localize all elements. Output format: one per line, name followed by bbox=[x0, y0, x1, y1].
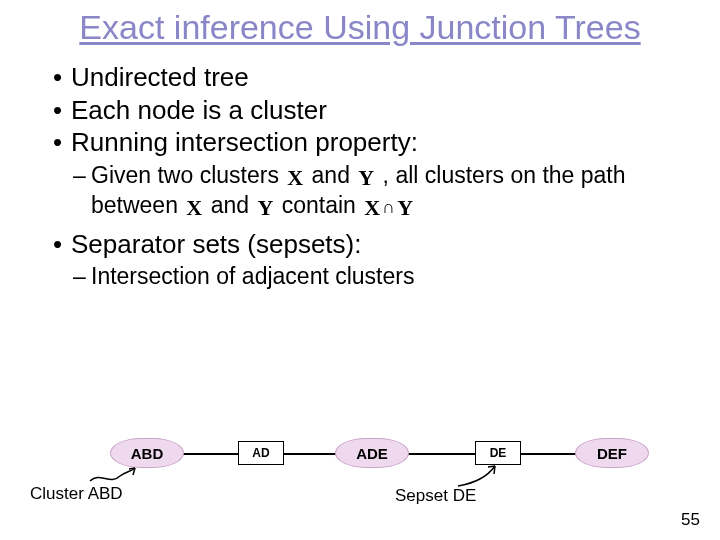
edge bbox=[400, 453, 480, 455]
cluster-node-abd: ABD bbox=[110, 438, 184, 468]
intersect-symbol: ∩ bbox=[382, 197, 395, 217]
bullet-3-sub: Given two clusters X and Y , all cluster… bbox=[73, 161, 685, 222]
var-x: X bbox=[285, 164, 305, 192]
bullet-2: Each node is a cluster bbox=[53, 94, 685, 127]
var-y: Y bbox=[356, 164, 376, 192]
bullet-4: Separator sets (sepsets): bbox=[53, 228, 685, 261]
page-title: Exact inference Using Junction Trees bbox=[35, 0, 685, 47]
bullet-4-sub: Intersection of adjacent clusters bbox=[73, 262, 685, 291]
text: contain bbox=[275, 192, 362, 218]
body: Undirected tree Each node is a cluster R… bbox=[35, 47, 685, 291]
squiggle-arrow bbox=[85, 466, 145, 486]
cluster-node-def: DEF bbox=[575, 438, 649, 468]
slide: Exact inference Using Junction Trees Und… bbox=[0, 0, 720, 540]
bullet-1: Undirected tree bbox=[53, 61, 685, 94]
text: Given two clusters bbox=[91, 162, 285, 188]
cluster-node-ade: ADE bbox=[335, 438, 409, 468]
var-y: Y bbox=[395, 194, 415, 222]
text: and bbox=[305, 162, 356, 188]
annotation-sepset: Sepset DE bbox=[395, 486, 476, 506]
page-number: 55 bbox=[681, 510, 700, 530]
annotation-cluster: Cluster ABD bbox=[30, 484, 123, 504]
junction-tree-diagram: ABD AD ADE DE DEF Cluster ABD Sepset DE bbox=[0, 430, 720, 500]
sepset-node-ad: AD bbox=[238, 441, 284, 465]
text: and bbox=[204, 192, 255, 218]
bullet-3: Running intersection property: bbox=[53, 126, 685, 159]
var-y: Y bbox=[255, 194, 275, 222]
var-x: X bbox=[184, 194, 204, 222]
var-x: X bbox=[362, 194, 382, 222]
